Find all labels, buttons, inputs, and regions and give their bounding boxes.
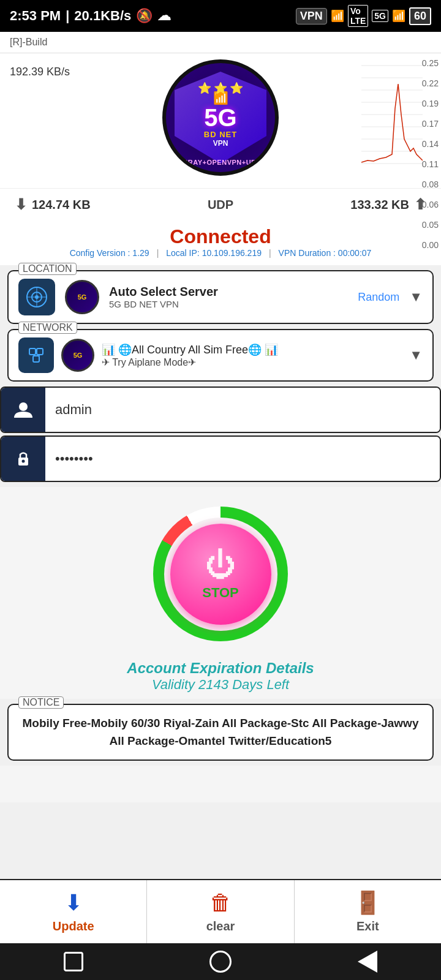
- stop-label: STOP: [202, 585, 239, 601]
- bottom-toolbar: ⬇ Update 🗑 clear 🚪 Exit: [0, 879, 441, 943]
- 5g-icon: 5G: [372, 10, 388, 22]
- nav-back-icon: [358, 951, 377, 973]
- user-icon: [1, 388, 45, 432]
- server-name: Auto Select Server: [109, 285, 348, 299]
- password-input[interactable]: [45, 437, 440, 481]
- signal2-icon: 📶: [392, 9, 405, 23]
- chart-y-label: 0.17: [422, 119, 439, 129]
- clear-label: clear: [206, 919, 235, 933]
- chart-y-label: 0.11: [422, 159, 439, 169]
- clear-button[interactable]: 🗑 clear: [147, 880, 294, 943]
- random-label: Random: [358, 291, 399, 304]
- network-label: NETWORK: [18, 322, 77, 334]
- android-nav-bar: [0, 943, 441, 980]
- notice-label: NOTICE: [18, 696, 64, 709]
- app-logo: ⭐ ⭐ ⭐ 📶 5G BD NET VPN v2RAY+OPENVPN+UDP: [162, 59, 279, 176]
- volte-icon: VoLTE: [348, 5, 368, 27]
- chart-y-label: 0.06: [422, 200, 439, 209]
- svg-line-18: [39, 355, 40, 356]
- svg-point-19: [19, 402, 28, 411]
- exit-button[interactable]: 🚪 Exit: [295, 880, 441, 943]
- nav-home-icon: [209, 951, 232, 973]
- svg-rect-16: [33, 356, 39, 362]
- server-info: Auto Select Server 5G BD NET VPN: [109, 285, 348, 309]
- clear-icon: 🗑: [209, 890, 232, 916]
- location-dropdown-arrow[interactable]: ▼: [409, 289, 423, 305]
- update-button[interactable]: ⬇ Update: [0, 880, 147, 943]
- stats-row: ⬇ 124.74 KB UDP 133.32 KB ⬆: [0, 188, 441, 221]
- stop-button[interactable]: ⏻ STOP: [153, 507, 288, 641]
- protocol-label: UDP: [208, 198, 233, 212]
- download-value: 124.74 KB: [32, 198, 91, 212]
- username-input[interactable]: [45, 388, 440, 432]
- cloud-icon: ☁: [157, 8, 171, 24]
- chart-y-label: 0.22: [422, 78, 439, 88]
- network-name: 📊 🌐All Country All Sim Free🌐 📊: [102, 343, 402, 356]
- network-text: 📊 🌐All Country All Sim Free🌐 📊 ✈ Try Aip…: [102, 343, 402, 368]
- chart-y-label: 0.25: [422, 58, 439, 68]
- status-bar: 2:53 PM | 20.1KB/s 🔕 ☁ VPN 📶 VoLTE 5G 📶 …: [0, 0, 441, 32]
- signal-icon: 📶: [331, 9, 344, 23]
- upload-stat: 133.32 KB ⬆: [350, 196, 426, 213]
- chart-y-label: 0.14: [422, 139, 439, 149]
- password-row: [0, 435, 441, 482]
- power-icon: ⏻: [205, 547, 236, 582]
- separator: |: [66, 8, 69, 24]
- vpn-badge: VPN: [296, 8, 327, 24]
- notice-box: NOTICE Mobily Free-Mobily 60/30 Riyal-Za…: [7, 704, 434, 761]
- login-section: [0, 386, 441, 482]
- config-info: Config Version : 1.29 | Local IP: 10.109…: [0, 248, 441, 258]
- network-chart: [361, 59, 423, 175]
- network-icon: [18, 337, 54, 373]
- network-sub: ✈ Try Aiplane Mode✈: [102, 356, 402, 368]
- update-icon: ⬇: [64, 890, 83, 916]
- battery-indicator: 60: [409, 7, 431, 25]
- network-dropdown-arrow[interactable]: ▼: [409, 347, 423, 363]
- chart-y-label: 0.05: [422, 220, 439, 230]
- location-label: LOCATION: [18, 263, 77, 275]
- location-icon: [18, 279, 55, 315]
- upload-value: 133.32 KB: [350, 198, 409, 212]
- vpn-duration: VPN Duration : 00:00:07: [279, 248, 372, 258]
- nav-back-button[interactable]: [352, 949, 383, 974]
- config-version: Config Version : 1.29: [70, 248, 149, 258]
- server-logo: 5G: [65, 280, 99, 314]
- stop-section: ⏻ STOP: [0, 487, 441, 654]
- expiry-days: Validity 2143 Days Left: [0, 677, 441, 693]
- build-label: [R]-Build: [10, 37, 47, 47]
- app-header: [R]-Build: [0, 32, 441, 53]
- svg-rect-15: [37, 349, 43, 355]
- local-ip: Local IP: 10.109.196.219: [166, 248, 262, 258]
- network-logo: 5G: [61, 339, 94, 372]
- nav-square-button[interactable]: [58, 949, 89, 974]
- chart-area: 192.39 KB/s ⭐ ⭐ ⭐ 📶 5G BD NET VPN v2RAY+…: [0, 53, 441, 188]
- connection-status: Connected: [0, 225, 441, 248]
- connected-section: Connected Config Version : 1.29 | Local …: [0, 221, 441, 265]
- speed-label: 192.39 KB/s: [10, 66, 70, 78]
- location-section: LOCATION 5G Auto Select Server 5G BD NET…: [7, 270, 434, 324]
- exit-icon: 🚪: [354, 890, 382, 916]
- svg-rect-14: [29, 349, 36, 355]
- chart-y-label: 0.19: [422, 99, 439, 108]
- network-section: NETWORK 5G 📊 🌐All Country All Sim Free🌐 …: [7, 329, 434, 382]
- server-sub: 5G BD NET VPN: [109, 299, 348, 309]
- exit-label: Exit: [356, 919, 379, 933]
- speed-display: 20.1KB/s: [74, 8, 131, 24]
- username-row: [0, 386, 441, 433]
- chart-y-label: 0.00: [422, 240, 439, 250]
- password-icon: [1, 437, 45, 481]
- mute-icon: 🔕: [136, 8, 153, 24]
- nav-home-button[interactable]: [205, 949, 236, 974]
- chart-y-label: 0.08: [422, 179, 439, 189]
- svg-point-21: [22, 460, 25, 463]
- download-stat: ⬇ 124.74 KB: [15, 196, 91, 213]
- notice-text: Mobily Free-Mobily 60/30 Riyal-Zain All …: [21, 715, 420, 750]
- download-icon: ⬇: [15, 196, 27, 213]
- separator1: |: [157, 248, 159, 258]
- separator2: |: [269, 248, 271, 258]
- expiry-title: Account Expiration Details: [0, 660, 441, 677]
- expiry-section: Account Expiration Details Validity 2143…: [0, 654, 441, 699]
- nav-square-icon: [64, 952, 83, 971]
- update-label: Update: [53, 919, 94, 933]
- time-display: 2:53 PM: [10, 8, 61, 24]
